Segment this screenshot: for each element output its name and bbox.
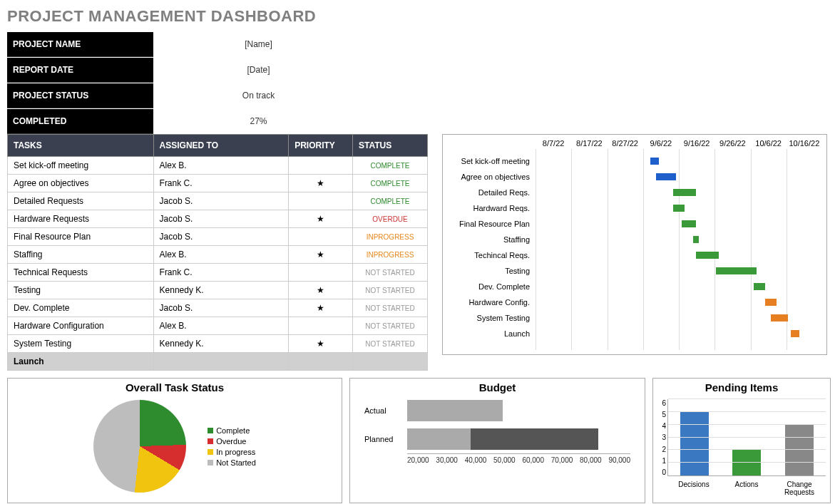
budget-row: Planned <box>364 425 630 453</box>
budget-label: Planned <box>364 435 407 443</box>
gantt-bar <box>771 314 788 322</box>
th-status: STATUS <box>353 135 428 157</box>
gantt-bar <box>696 252 719 259</box>
assigned-cell: Kennedy K. <box>153 335 289 353</box>
budget-bar <box>407 400 503 421</box>
task-cell: System Testing <box>8 335 154 353</box>
status-cell: COMPLETE <box>353 175 428 192</box>
task-cell: Hardware Configuration <box>8 317 154 335</box>
gantt-bar <box>693 236 699 243</box>
legend-color-icon <box>208 428 213 433</box>
gantt-row: Techincal Reqs. <box>443 247 822 263</box>
gantt-row: Hardward Reqs. <box>443 200 822 216</box>
pending-x-label: Decisions <box>672 480 715 496</box>
task-cell: Final Resource Plan <box>8 228 154 246</box>
priority-cell: ★ <box>289 175 353 192</box>
pie-legend: CompleteOverdueIn progressNot Started <box>208 424 256 469</box>
info-label: COMPLETED <box>7 109 153 134</box>
pending-x-label: Change Requests <box>778 480 821 496</box>
gantt-label: Hardware Config. <box>443 298 536 307</box>
status-cell: OVERDUE <box>353 210 428 228</box>
legend-color-icon <box>208 460 213 466</box>
task-cell: Detailed Requests <box>8 192 154 210</box>
status-cell: NOT STARTED <box>353 264 428 282</box>
table-row: Final Resource Plan Jacob S. INPROGRESS <box>8 228 428 246</box>
gantt-row: System Testing <box>443 310 822 326</box>
status-cell: INPROGRESS <box>353 228 428 246</box>
task-cell: Agree on objectives <box>8 175 154 192</box>
task-table-header: TASKS ASSIGNED TO PRIORITY STATUS <box>8 135 428 157</box>
task-cell: Testing <box>8 282 154 299</box>
gantt-date: 10/16/22 <box>787 139 822 148</box>
gantt-row: Staffing <box>443 232 822 247</box>
gantt-date: 9/6/22 <box>643 139 679 148</box>
status-cell: INPROGRESS <box>353 246 428 264</box>
legend-label: Not Started <box>216 458 256 467</box>
task-cell: Set kick-off meeting <box>8 157 154 175</box>
priority-cell: ★ <box>289 246 353 264</box>
info-row-name: PROJECT NAME [Name] <box>7 31 364 57</box>
gantt-label: Techincal Reqs. <box>443 251 536 259</box>
table-row: Agree on objectives Frank C. ★ COMPLETE <box>8 175 428 192</box>
gantt-bar <box>673 189 696 196</box>
th-tasks: TASKS <box>8 135 154 157</box>
info-value: 27% <box>153 116 364 126</box>
gantt-date: 9/16/22 <box>679 139 714 148</box>
pending-area: 0123456 DecisionsActionsChange Requests <box>653 396 830 496</box>
assigned-cell: Alex B. <box>153 157 289 175</box>
status-cell: NOT STARTED <box>353 317 428 335</box>
table-row: Detailed Requests Jacob S. COMPLETE <box>8 192 428 210</box>
project-info-section: PROJECT NAME [Name] REPORT DATE [Date] P… <box>7 31 364 134</box>
legend-item: Overdue <box>208 437 256 446</box>
gantt-date: 8/7/22 <box>536 139 571 148</box>
budget-chart: Budget Actual Planned 20,00030,00040,000… <box>349 378 645 503</box>
table-row: Hardware Requests Jacob S. ★ OVERDUE <box>8 210 428 228</box>
gantt-body: Set kick-off meeting Agree on objectives… <box>443 153 822 350</box>
table-row-launch: Launch <box>8 353 428 371</box>
gantt-bar <box>656 173 676 180</box>
gantt-bar <box>754 283 765 290</box>
page-title: PROJECT MANAGEMENT DASHBOARD <box>7 7 833 26</box>
table-row: Technical Requests Frank C. NOT STARTED <box>8 264 428 282</box>
chart-title: Overall Task Status <box>8 379 342 396</box>
info-row-completed: COMPLETED 27% <box>7 108 364 134</box>
info-label: PROJECT NAME <box>7 32 153 57</box>
task-cell: Hardware Requests <box>8 210 154 228</box>
legend-item: Not Started <box>208 458 256 467</box>
gantt-row: Final Resource Plan <box>443 216 822 232</box>
gantt-label: Launch <box>443 329 536 338</box>
status-cell: NOT STARTED <box>353 335 428 353</box>
legend-item: In progress <box>208 448 256 456</box>
table-row: Hardware Configuration Alex B. NOT START… <box>8 317 428 335</box>
task-table: TASKS ASSIGNED TO PRIORITY STATUS Set ki… <box>7 134 428 371</box>
assigned-cell: Jacob S. <box>153 192 289 210</box>
gantt-row: Launch <box>443 326 822 341</box>
gantt-label: Testing <box>443 267 536 275</box>
gantt-label: Set kick-off meeting <box>443 157 536 165</box>
info-row-date: REPORT DATE [Date] <box>7 57 364 83</box>
status-cell: COMPLETE <box>353 157 428 175</box>
budget-area: Actual Planned 20,00030,00040,00050,0006… <box>364 396 630 489</box>
table-row: Testing Kennedy K. ★ NOT STARTED <box>8 282 428 299</box>
priority-cell: ★ <box>289 299 353 317</box>
assigned-cell: Frank C. <box>153 175 289 192</box>
task-cell: Dev. Complete <box>8 299 154 317</box>
assigned-cell: Kennedy K. <box>153 282 289 299</box>
info-label: PROJECT STATUS <box>7 83 153 108</box>
gantt-date: 10/6/22 <box>751 139 787 148</box>
table-row: Dev. Complete Jacob S. ★ NOT STARTED <box>8 299 428 317</box>
info-label: REPORT DATE <box>7 58 153 83</box>
pending-bar <box>680 412 709 475</box>
legend-label: In progress <box>216 448 255 456</box>
chart-title: Budget <box>350 379 645 396</box>
gantt-row: Hardware Config. <box>443 294 822 310</box>
budget-label: Actual <box>364 406 407 415</box>
assigned-cell: Frank C. <box>153 264 289 282</box>
gantt-bar <box>650 158 659 165</box>
legend-color-icon <box>208 438 213 444</box>
table-row: Staffing Alex B. ★ INPROGRESS <box>8 246 428 264</box>
priority-cell <box>289 264 353 282</box>
status-cell: COMPLETE <box>353 192 428 210</box>
legend-label: Complete <box>216 426 250 435</box>
assigned-cell: Jacob S. <box>153 210 289 228</box>
